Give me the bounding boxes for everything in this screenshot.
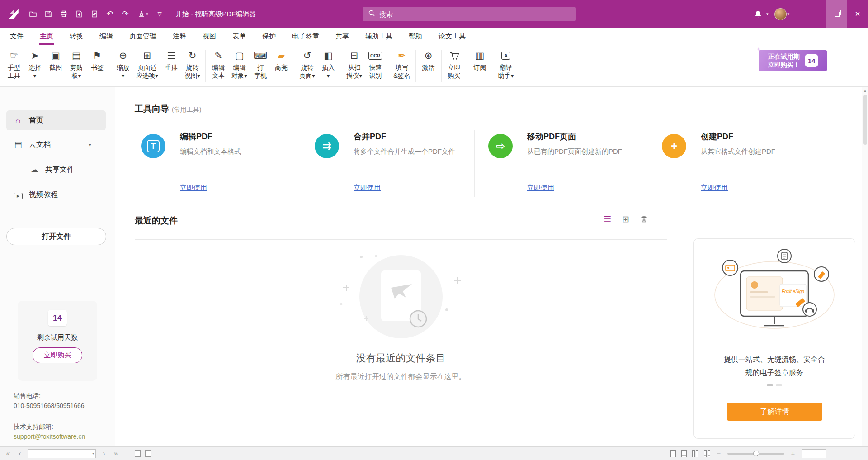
menu-item-paper-tools[interactable]: 论文工具 <box>438 28 466 45</box>
ribbon-tool-ocr[interactable]: OCR 快速 识别 <box>365 48 386 80</box>
menu-item-form[interactable]: 表单 <box>232 28 246 45</box>
tool-label: 打 <box>257 63 264 71</box>
last-page-button[interactable]: » <box>112 450 119 458</box>
vertical-scrollbar[interactable]: ▴ <box>862 87 868 446</box>
ribbon-tool-activate[interactable]: ⊛ 激活 <box>418 48 439 71</box>
use-now-link[interactable]: 立即使用 <box>180 184 207 192</box>
zoom-percentage-box[interactable] <box>802 449 826 458</box>
sidebar-item-shared-files[interactable]: ☁ 共享文件 <box>6 160 106 180</box>
zoom-slider-thumb[interactable] <box>753 451 759 456</box>
create-pdf-icon[interactable] <box>87 6 102 22</box>
ribbon-tool-rotate-pages[interactable]: ↺ 旋转 页面▾ <box>297 48 318 80</box>
sidebar-item-video-tutorials[interactable]: ▶ 视频教程 <box>6 185 106 204</box>
page-number-input[interactable] <box>28 450 95 458</box>
zoom-in-button[interactable]: + <box>790 450 796 457</box>
minimize-button[interactable]: — <box>806 0 826 28</box>
ribbon-tool-subscribe[interactable]: ▥ 订阅 <box>470 48 491 71</box>
trash-icon[interactable] <box>640 215 648 223</box>
ribbon-tool-fit-options[interactable]: ⊞ 页面适 应选项▾ <box>133 48 161 80</box>
redo-icon[interactable]: ↷ <box>118 6 133 22</box>
next-view-icon[interactable] <box>145 450 151 457</box>
scroll-up-arrow[interactable]: ▴ <box>862 87 868 94</box>
next-page-button[interactable]: › <box>100 450 108 458</box>
tool-card-combine-pdf[interactable]: ⇉ 合并PDF 将多个文件合并生成一个PDF文件 立即使用 <box>308 130 476 198</box>
zoom-percentage-input[interactable] <box>802 450 826 458</box>
chevron-down-icon[interactable]: ▾ <box>92 451 94 455</box>
zoom-out-button[interactable]: − <box>716 450 722 457</box>
previous-page-button[interactable]: ‹ <box>16 450 24 458</box>
carousel-dot[interactable] <box>776 384 782 386</box>
menu-item-home[interactable]: 主页 <box>39 28 54 45</box>
scrollbar-thumb[interactable] <box>863 95 867 145</box>
menu-item-protect[interactable]: 保护 <box>262 28 276 45</box>
ribbon-tool-insert[interactable]: ◧ 插入 ▾ <box>318 48 339 80</box>
sidebar-item-cloud-docs[interactable]: ▤ 云文档 ▾ <box>6 135 106 155</box>
ribbon-tool-from-scanner[interactable]: ⊟ 从扫 描仪▾ <box>344 48 365 80</box>
ribbon-tool-clipboard[interactable]: ▤ 剪贴 板▾ <box>66 48 87 80</box>
ribbon-tool-bookmark[interactable]: ⚑ 书签 <box>87 48 108 71</box>
previous-view-icon[interactable] <box>135 450 141 457</box>
undo-icon[interactable]: ↶ <box>102 6 118 22</box>
print-icon[interactable] <box>56 6 71 22</box>
close-button[interactable]: ✕ <box>847 0 868 28</box>
ribbon-tool-edit-text[interactable]: ✎ 编辑 文本 <box>208 48 229 80</box>
ribbon-tool-reflow[interactable]: ☰ 重排 <box>161 48 182 71</box>
facing-continuous-view-icon[interactable] <box>704 450 710 457</box>
sidebar-item-home[interactable]: ⌂ 首页 <box>6 110 106 130</box>
menu-item-share[interactable]: 共享 <box>335 28 349 45</box>
ribbon-tool-edit-object[interactable]: ▢ 编辑 对象▾ <box>229 48 250 80</box>
ribbon-tool-buy-now[interactable]: 立即 购买 <box>444 48 465 80</box>
ribbon-tool-select[interactable]: ➤ 选择 ▾ <box>24 48 45 80</box>
search-bar[interactable] <box>363 7 576 21</box>
avatar[interactable] <box>774 8 787 20</box>
ribbon-tool-translate-assistant[interactable]: A 翻译 助手▾ <box>495 48 517 80</box>
menu-item-help[interactable]: 帮助 <box>408 28 423 45</box>
continuous-view-icon[interactable] <box>681 450 687 457</box>
use-now-link[interactable]: 立即使用 <box>354 184 381 192</box>
menu-item-convert[interactable]: 转换 <box>69 28 84 45</box>
chevron-down-icon[interactable]: ▾ <box>89 142 91 148</box>
use-now-link[interactable]: 立即使用 <box>527 184 554 192</box>
export-pdf-icon[interactable] <box>71 6 87 22</box>
facing-view-icon[interactable] <box>692 450 698 457</box>
zoom-slider[interactable] <box>727 453 784 455</box>
restore-button[interactable] <box>826 0 847 28</box>
buy-now-button[interactable]: 立即购买 <box>33 347 82 363</box>
tool-card-move-pdf-pages[interactable]: ⇨ 移动PDF页面 从已有的PDF页面创建新的PDF 立即使用 <box>482 130 649 198</box>
save-icon[interactable] <box>41 6 56 22</box>
single-page-view-icon[interactable] <box>670 450 676 457</box>
tool-card-edit-pdf[interactable]: T 编辑PDF 编辑文档和文本格式 立即使用 <box>135 130 302 198</box>
menu-item-file[interactable]: 文件 <box>9 28 24 45</box>
collapse-toolbar-icon[interactable]: ▽ <box>153 6 166 22</box>
tool-card-create-pdf[interactable]: + 创建PDF 从其它格式文件创建PDF 立即使用 <box>656 130 823 198</box>
menu-item-view[interactable]: 视图 <box>202 28 217 45</box>
menu-item-organize[interactable]: 页面管理 <box>129 28 157 45</box>
menu-item-accessibility[interactable]: 辅助工具 <box>365 28 393 45</box>
list-view-icon[interactable]: ☰ <box>604 214 611 224</box>
trial-buy-badge[interactable]: ✦ 正在试用期 立即购买！ 14 <box>759 50 827 71</box>
menu-item-edit[interactable]: 编辑 <box>99 28 113 45</box>
ribbon-tool-fill-sign[interactable]: ✒ 填写 &签名 <box>391 48 413 80</box>
use-now-link[interactable]: 立即使用 <box>701 184 728 192</box>
support-email-link[interactable]: support@foxitsoftware.cn <box>14 432 85 441</box>
menu-item-comment[interactable]: 注释 <box>172 28 187 45</box>
chevron-down-icon[interactable]: ▾ <box>766 12 769 16</box>
first-page-button[interactable]: « <box>5 450 12 458</box>
ribbon-tool-snapshot[interactable]: ▣ 截图 <box>45 48 66 71</box>
search-input[interactable] <box>379 10 570 18</box>
ribbon-tool-hand[interactable]: ☞ 手型 工具 <box>4 48 24 80</box>
notifications-bell-icon[interactable] <box>750 6 766 22</box>
ribbon-tool-rotate-view[interactable]: ↻ 旋转 视图▾ <box>182 48 203 80</box>
learn-more-button[interactable]: 了解详情 <box>727 403 822 421</box>
page-number-box[interactable]: ▾ <box>28 449 96 458</box>
carousel-dot[interactable] <box>767 384 773 386</box>
open-file-icon[interactable] <box>25 6 41 22</box>
open-file-button[interactable]: 打开文件 <box>6 228 106 245</box>
ribbon-tool-highlight[interactable]: ▰ 高亮 <box>271 48 292 71</box>
quick-tool-icon[interactable]: ▾ <box>133 6 153 22</box>
menu-item-esign[interactable]: 电子签章 <box>292 28 320 45</box>
grid-view-icon[interactable]: ⊞ <box>622 214 629 224</box>
ribbon-tool-zoom[interactable]: ⊕ 缩放 ▾ <box>113 48 133 80</box>
chevron-down-icon[interactable]: ▾ <box>787 12 789 16</box>
ribbon-tool-typewriter[interactable]: ⌨ 打 字机 <box>250 48 271 80</box>
